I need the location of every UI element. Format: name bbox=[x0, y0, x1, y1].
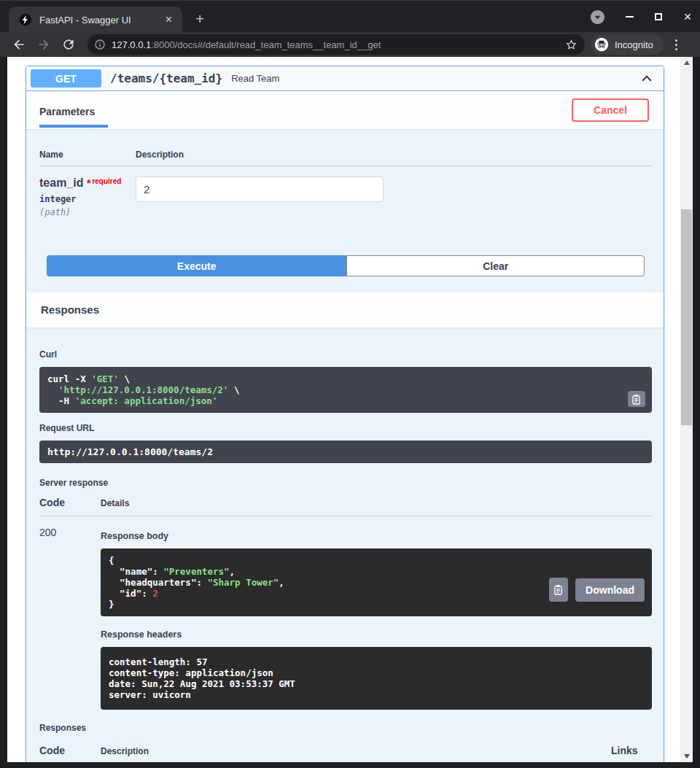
request-url-label: Request URL bbox=[39, 423, 652, 433]
param-col-name: Name bbox=[39, 150, 136, 160]
doc-description-header: Description bbox=[101, 746, 611, 756]
tab-title: FastAPI - Swagger UI bbox=[39, 15, 155, 26]
tab-parameters[interactable]: Parameters bbox=[39, 100, 108, 128]
response-headers-label: Response headers bbox=[101, 629, 652, 640]
download-button[interactable]: Download bbox=[575, 578, 645, 602]
scrollbar-thumb[interactable] bbox=[681, 209, 692, 425]
required-asterisk: * bbox=[87, 177, 90, 189]
copy-response-icon[interactable] bbox=[549, 578, 568, 602]
param-location: (path) bbox=[39, 207, 136, 217]
server-response-label: Server response bbox=[39, 478, 652, 488]
param-name: team_id *required bbox=[39, 177, 136, 190]
parameters-header: Parameters Cancel bbox=[26, 91, 664, 129]
opblock-get-teams: GET /teams/{team_id} Read Team Parameter… bbox=[26, 66, 664, 762]
url-path: :8000/docs#/default/read_team_teams__tea… bbox=[151, 39, 381, 50]
url-text: 127.0.0.1:8000/docs#/default/read_team_t… bbox=[112, 39, 559, 50]
address-bar[interactable]: 127.0.0.1:8000/docs#/default/read_team_t… bbox=[88, 34, 585, 55]
doc-links-header: Links bbox=[611, 745, 652, 756]
browser-menu-icon[interactable] bbox=[672, 36, 680, 53]
url-host: 127.0.0.1 bbox=[112, 39, 151, 50]
bookmark-star-icon[interactable] bbox=[565, 39, 578, 51]
info-icon[interactable] bbox=[94, 39, 106, 50]
fastapi-favicon-icon bbox=[19, 13, 32, 26]
curl-label: Curl bbox=[39, 349, 652, 360]
swagger-page: GET /teams/{team_id} Read Team Parameter… bbox=[7, 57, 680, 762]
method-badge: GET bbox=[31, 69, 101, 88]
browser-tab-strip: FastAPI - Swagger UI × + × bbox=[0, 0, 700, 32]
reload-icon[interactable] bbox=[61, 37, 76, 52]
server-response-details-header: Details bbox=[101, 498, 652, 508]
cancel-button[interactable]: Cancel bbox=[572, 98, 649, 122]
team-id-input[interactable] bbox=[136, 177, 384, 202]
request-url-block: http://127.0.0.1:8000/teams/2 bbox=[39, 441, 652, 463]
responses-area: Curl curl -X 'GET' \ 'http://127.0.0.1:8… bbox=[26, 327, 664, 762]
forward-icon[interactable] bbox=[36, 37, 51, 52]
browser-tab-fastapi[interactable]: FastAPI - Swagger UI × bbox=[9, 7, 182, 33]
maximize-button[interactable] bbox=[653, 12, 664, 22]
opblock-summary[interactable]: GET /teams/{team_id} Read Team bbox=[26, 66, 664, 91]
scrollbar-up-icon[interactable] bbox=[680, 57, 693, 69]
collapse-chevron-icon[interactable] bbox=[640, 72, 653, 85]
back-icon[interactable] bbox=[12, 37, 26, 52]
clear-button[interactable]: Clear bbox=[346, 255, 645, 276]
documented-responses-label: Responses bbox=[39, 723, 652, 733]
param-row-team-id: team_id *required integer (path) bbox=[39, 166, 652, 217]
server-response-code-header: Code bbox=[39, 497, 101, 508]
endpoint-summary: Read Team bbox=[231, 73, 279, 84]
browser-update-icon[interactable] bbox=[590, 9, 605, 25]
minimize-button[interactable] bbox=[624, 12, 634, 22]
server-response-row: 200 Response body Down bbox=[39, 527, 652, 710]
incognito-badge: Incognito bbox=[591, 34, 664, 55]
curl-block: curl -X 'GET' \ 'http://127.0.0.1:8000/t… bbox=[39, 367, 652, 413]
param-col-description: Description bbox=[136, 150, 184, 160]
incognito-label: Incognito bbox=[615, 39, 653, 50]
close-window-button[interactable]: × bbox=[682, 12, 693, 22]
response-body-label: Response body bbox=[101, 531, 652, 541]
endpoint-path: /teams/{team_id} bbox=[110, 71, 222, 85]
param-type: integer bbox=[39, 194, 136, 204]
browser-toolbar: 127.0.0.1:8000/docs#/default/read_team_t… bbox=[0, 32, 700, 57]
responses-title: Responses bbox=[41, 303, 99, 316]
incognito-icon bbox=[594, 37, 609, 52]
response-body-block: Download { "name": "Preventers", "headqu… bbox=[101, 548, 652, 616]
parameters-table: Name Description team_id *required integ… bbox=[26, 129, 664, 276]
page-scrollbar[interactable] bbox=[680, 57, 693, 762]
live-response-code: 200 bbox=[39, 527, 101, 710]
tab-close-icon[interactable]: × bbox=[163, 14, 175, 26]
response-headers-block: content-length: 57content-type: applicat… bbox=[101, 647, 652, 710]
copy-curl-icon[interactable] bbox=[628, 391, 645, 407]
responses-section-header: Responses bbox=[26, 292, 664, 327]
required-label: required bbox=[92, 177, 121, 185]
new-tab-button[interactable]: + bbox=[191, 9, 209, 28]
doc-code-header: Code bbox=[39, 745, 101, 756]
scrollbar-down-icon[interactable] bbox=[680, 750, 693, 762]
execute-button[interactable]: Execute bbox=[47, 255, 346, 276]
execute-row: Execute Clear bbox=[47, 255, 645, 276]
